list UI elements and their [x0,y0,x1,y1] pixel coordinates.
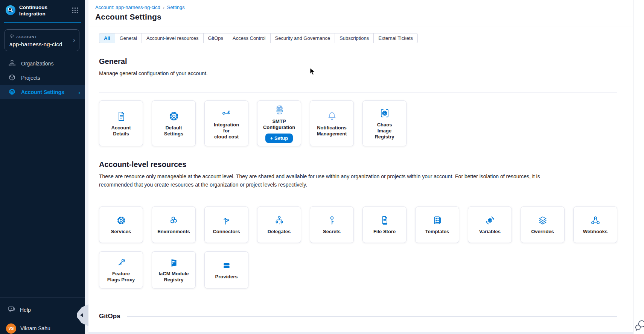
card-environments[interactable]: Environments [152,206,196,243]
harness-ci-logo-icon[interactable] [5,5,16,17]
tab-external-tickets[interactable]: External Tickets [373,33,418,43]
main-panel: Account: app-harness-ng-cicd › Settings … [88,0,633,334]
card-chaos-image-registry[interactable]: Chaos Image Registry [362,100,406,146]
tab-security-and-governance[interactable]: Security and Governance [270,33,335,43]
account-value: app-harness-ng-cicd [9,41,69,47]
breadcrumb-account-link[interactable]: Account: app-harness-ng-cicd [95,5,160,10]
sidebar-item-account-settings[interactable]: Account Settings› [0,85,85,99]
card-label-smtp-configuration: SMTP Configuration [263,118,295,131]
card-default-settings[interactable]: Default Settings [152,100,196,146]
card-feature-flags-proxy[interactable]: Feature Flags Proxy [99,251,143,288]
card-label-notifications-management: Notifications Management [317,125,347,137]
general-divider [99,93,617,93]
account-selector[interactable]: ACCOUNT app-harness-ng-cicd › [5,29,79,51]
sidebar-bottom: ? Help VS Vikram Sahu [0,298,85,334]
chevron-right-icon: › [73,36,75,44]
breadcrumb-settings-link[interactable]: Settings [167,5,185,10]
page-header: Account: app-harness-ng-cicd › Settings … [88,0,633,26]
card-label-feature-flags-proxy: Feature Flags Proxy [107,271,135,283]
tab-access-control[interactable]: Access Control [228,33,270,43]
account-level-section-title: Account-level resources [99,160,617,169]
card-providers[interactable]: Providers [204,251,248,288]
integration-split-icon [221,107,233,119]
variables-icon [484,215,496,226]
key-icon [326,215,338,226]
card-label-account-details: Account Details [111,125,131,137]
hexagons-icon [168,215,180,226]
card-label-default-settings: Default Settings [164,125,183,137]
card-integration-for-cloud-cost[interactable]: Integration for cloud cost [204,100,248,146]
account-label: ACCOUNT [16,35,37,39]
chevron-right-icon: › [78,89,80,96]
card-label-file-store: File Store [373,229,396,235]
user-name: Vikram Sahu [20,325,50,331]
layers-icon [537,215,548,226]
gitops-section-title: GitOps [99,313,120,320]
sidebar: Continuous Integration ACCOU [0,0,85,334]
sidebar-item-projects[interactable]: Projects [0,71,85,85]
card-services[interactable]: Services [99,206,143,243]
page-title: Account Settings [95,12,633,21]
card-secrets[interactable]: Secrets [310,206,354,243]
gitops-section-header: GitOps [99,313,617,320]
card-label-connectors: Connectors [213,229,240,235]
card-variables[interactable]: Variables [468,206,512,243]
tab-account-level-resources[interactable]: Account-level resources [142,33,204,43]
brand-title: Continuous Integration [19,5,61,17]
smtp-configuration-setup-button[interactable]: + Setup [265,134,293,143]
sidebar-item-label: Projects [21,75,40,81]
card-label-environments: Environments [157,229,190,235]
user-row[interactable]: VS Vikram Sahu [0,321,85,334]
card-connectors[interactable]: Connectors [204,206,248,243]
card-label-secrets: Secrets [323,229,341,235]
card-label-chaos-image-registry: Chaos Image Registry [375,122,394,140]
account-level-section-description: These are resource only manageable at th… [99,172,569,189]
diagonal-key-icon [116,257,127,268]
card-label-integration-for-cloud-cost: Integration for cloud cost [214,122,239,140]
bell-icon [326,110,338,122]
card-label-services: Services [111,229,131,235]
general-cards: Account DetailsDefault SettingsIntegrati… [99,100,617,146]
webhook-icon [590,215,601,226]
breadcrumb: Account: app-harness-ng-cicd › Settings [95,5,633,10]
right-scroll-strip [633,0,644,334]
app-root: Continuous Integration ACCOU [0,0,644,334]
card-label-providers: Providers [215,274,238,280]
card-label-iacm-module-registry: IaCM Module Registry [158,271,189,283]
card-overrides[interactable]: Overrides [521,206,565,243]
card-iacm-module-registry[interactable]: IaCM Module Registry [152,251,196,288]
card-notifications-management[interactable]: Notifications Management [310,100,354,146]
card-file-store[interactable]: File Store [362,206,406,243]
card-smtp-configuration[interactable]: SMTP Configuration+ Setup [257,100,301,146]
chaos-registry-icon [379,107,391,119]
smtp-server-icon [273,104,285,116]
tab-subscriptions[interactable]: Subscriptions [335,33,374,43]
help-chat-icon: ? [8,305,15,314]
gear-icon [168,110,180,122]
document-icon [115,110,127,122]
card-templates[interactable]: Templates [415,206,459,243]
card-label-variables: Variables [479,229,501,235]
general-section-description: Manage general configuration of your acc… [99,69,569,77]
card-label-delegates: Delegates [268,229,291,235]
svg-text:?: ? [10,307,12,310]
card-delegates[interactable]: Delegates [257,206,301,243]
chevron-left-icon [80,313,83,317]
sidebar-nav: OrganizationsProjectsAccount Settings› [0,56,85,99]
card-webhooks[interactable]: Webhooks [573,206,617,243]
tab-general[interactable]: General [115,33,142,43]
help-label: Help [20,307,31,313]
org-tree-icon [274,215,285,226]
gear-icon-small [8,88,16,97]
card-account-details[interactable]: Account Details [99,100,143,146]
help-button[interactable]: ? Help [0,298,85,321]
avatar: VS [6,323,16,334]
grid-icon[interactable] [72,7,79,15]
breadcrumb-separator-icon: › [163,5,164,10]
sidebar-item-organizations[interactable]: Organizations [0,56,85,71]
card-label-webhooks: Webhooks [583,229,608,235]
tab-gitops[interactable]: GitOps [203,33,228,43]
chat-support-icon[interactable] [634,319,644,333]
file-store-icon [379,215,390,226]
tab-all[interactable]: All [99,33,115,43]
